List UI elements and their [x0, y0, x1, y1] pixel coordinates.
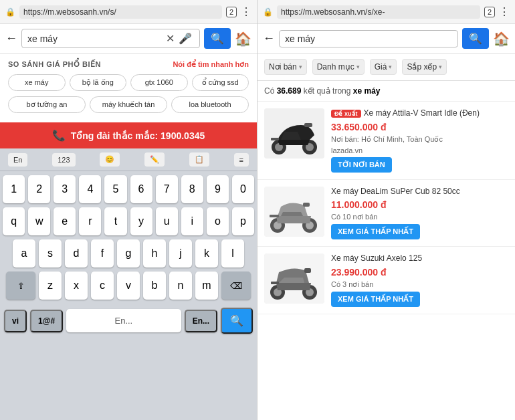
back-arrow-left[interactable]: ←: [5, 31, 17, 45]
key-4[interactable]: 4: [79, 175, 101, 203]
key-n[interactable]: n: [169, 272, 192, 300]
key-g[interactable]: g: [117, 239, 140, 268]
key-z[interactable]: z: [39, 272, 62, 300]
filter-sap-xep[interactable]: Sắp xếp ▾: [402, 59, 447, 75]
key-k[interactable]: k: [195, 239, 218, 268]
kbd-lang-btn[interactable]: En: [8, 153, 27, 167]
key-5[interactable]: 5: [104, 175, 126, 203]
key-space[interactable]: En...: [66, 309, 181, 332]
product-item-3: Xe máy Suzuki Axelo 125 23.990.000 đ Có …: [258, 247, 515, 314]
key-j[interactable]: j: [169, 239, 192, 268]
kbd-handwrite-btn[interactable]: ✏️: [144, 152, 165, 167]
key-9[interactable]: 9: [207, 175, 229, 203]
key-return[interactable]: En...: [185, 310, 217, 332]
key-e[interactable]: e: [54, 207, 76, 235]
clear-icon-left[interactable]: ✕: [164, 32, 177, 45]
suzuki-svg-3: [264, 253, 324, 304]
tag-bo-la-ong[interactable]: bộ lã ống: [70, 74, 127, 91]
kbd-emoji-btn[interactable]: 😊: [100, 152, 120, 167]
key-l[interactable]: l: [221, 239, 244, 268]
key-m[interactable]: m: [195, 272, 218, 300]
search-input-left[interactable]: [27, 33, 164, 44]
key-p[interactable]: p: [232, 207, 254, 235]
filter-gia[interactable]: Giá ▾: [370, 59, 397, 75]
tag-loa-bluetooth[interactable]: loa bluetooth: [171, 96, 249, 113]
kbd-num-btn[interactable]: 123: [52, 153, 75, 167]
key-q[interactable]: q: [3, 207, 25, 235]
kbd-menu-btn[interactable]: ≡: [234, 153, 249, 167]
tag-may-khuech-tan[interactable]: máy khuếch tán: [90, 96, 167, 113]
key-i[interactable]: i: [181, 207, 203, 235]
search-button-right[interactable]: 🔍: [462, 28, 489, 49]
search-button-left[interactable]: 🔍: [204, 28, 231, 49]
buy-btn-3[interactable]: XEM GIÁ THẤP NHẤT: [331, 292, 420, 307]
key-u[interactable]: u: [156, 207, 178, 235]
filter-gia-label: Giá: [375, 62, 387, 72]
key-6[interactable]: 6: [130, 175, 152, 203]
key-row-zxcv: ⇧ z x c v b n m ⌫: [3, 272, 254, 300]
key-shift[interactable]: ⇧: [6, 272, 35, 300]
key-v[interactable]: v: [117, 272, 140, 300]
product-meta-3: Có 3 nơi bán: [331, 280, 508, 289]
key-d[interactable]: d: [65, 239, 88, 268]
results-keyword: xe máy: [353, 86, 381, 96]
key-h[interactable]: h: [143, 239, 166, 268]
chevron-gia: ▾: [389, 64, 392, 70]
product-name-2: Xe máy DeaLim SuPer Cub 82 50cc: [331, 187, 508, 197]
key-7[interactable]: 7: [156, 175, 178, 203]
key-a[interactable]: a: [13, 239, 35, 268]
url-left[interactable]: https://m.websosanh.vn/s/: [19, 5, 222, 19]
tag-o-cung-ssd[interactable]: ổ cứng ssd: [192, 74, 249, 91]
product-item-2: Xe máy DeaLim SuPer Cub 82 50cc 11.000.0…: [258, 180, 515, 247]
search-input-right[interactable]: [285, 33, 452, 44]
tag-bo-tuong-an[interactable]: bơ tường an: [8, 96, 86, 113]
tag-xe-may[interactable]: xe máy: [8, 74, 66, 91]
lock-icon-right: 🔒: [263, 7, 273, 17]
tag-gtx-1060[interactable]: gtx 1060: [130, 74, 188, 91]
voice-hint: Nói để tìm nhanh hơn: [173, 60, 249, 69]
tag-grid-row1: xe máy bộ lã ống gtx 1060 ổ cứng ssd: [8, 74, 249, 91]
key-0[interactable]: 0: [232, 175, 254, 203]
right-phone-panel: 🔒 https://m.websosanh.vn/s/xe- 2 ⋮ ← 🔍 🏠…: [258, 0, 515, 420]
key-r[interactable]: r: [79, 207, 101, 235]
tag-grid-row2: bơ tường an máy khuếch tán loa bluetooth: [8, 96, 249, 113]
key-8[interactable]: 8: [181, 175, 203, 203]
chevron-sap-xep: ▾: [439, 64, 442, 70]
buy-btn-1[interactable]: TỚI NƠI BÁN: [331, 157, 392, 173]
tab-count-left[interactable]: 2: [226, 7, 237, 17]
key-w[interactable]: w: [28, 207, 50, 235]
buy-btn-2[interactable]: XEM GIÁ THẤP NHẤT: [331, 224, 420, 239]
key-vi[interactable]: vi: [4, 310, 27, 332]
kbd-clipboard-btn[interactable]: 📋: [189, 152, 209, 167]
product-meta2-1: lazada.vn: [331, 146, 508, 154]
key-2[interactable]: 2: [28, 175, 50, 203]
menu-dots-right[interactable]: ⋮: [499, 5, 510, 18]
key-f[interactable]: f: [91, 239, 114, 268]
home-icon-right[interactable]: 🏠: [493, 31, 510, 47]
product-meta-2: Có 10 nơi bán: [331, 213, 508, 221]
filter-noi-ban[interactable]: Nơi bán ▾: [264, 59, 307, 75]
mic-icon-left[interactable]: 🎤: [177, 32, 194, 45]
menu-dots-left[interactable]: ⋮: [241, 5, 251, 18]
key-t[interactable]: t: [104, 207, 126, 235]
key-search[interactable]: 🔍: [221, 308, 253, 334]
key-c[interactable]: c: [91, 272, 114, 300]
key-backspace[interactable]: ⌫: [221, 272, 251, 300]
key-b[interactable]: b: [143, 272, 166, 300]
filter-bar: Nơi bán ▾ Danh mục ▾ Giá ▾ Sắp xếp ▾: [258, 54, 515, 81]
key-y[interactable]: y: [130, 207, 152, 235]
key-s[interactable]: s: [39, 239, 62, 268]
product-name-1: Xe máy Attila-V Smart Idle (Đen): [364, 108, 480, 119]
filter-danh-muc[interactable]: Danh mục ▾: [312, 59, 365, 75]
url-right[interactable]: https://m.websosanh.vn/s/xe-: [277, 5, 480, 19]
key-x[interactable]: x: [65, 272, 88, 300]
key-3[interactable]: 3: [54, 175, 76, 203]
key-1[interactable]: 1: [3, 175, 25, 203]
svg-rect-6: [271, 138, 279, 140]
tab-count-right[interactable]: 2: [484, 7, 495, 17]
key-num-sym[interactable]: 1@#: [30, 310, 63, 332]
back-arrow-right[interactable]: ←: [263, 31, 275, 45]
home-icon-left[interactable]: 🏠: [235, 31, 251, 47]
key-o[interactable]: o: [207, 207, 229, 235]
hotline-banner[interactable]: 📞 Tổng đài thắc mắc: 1900.0345: [0, 122, 257, 148]
